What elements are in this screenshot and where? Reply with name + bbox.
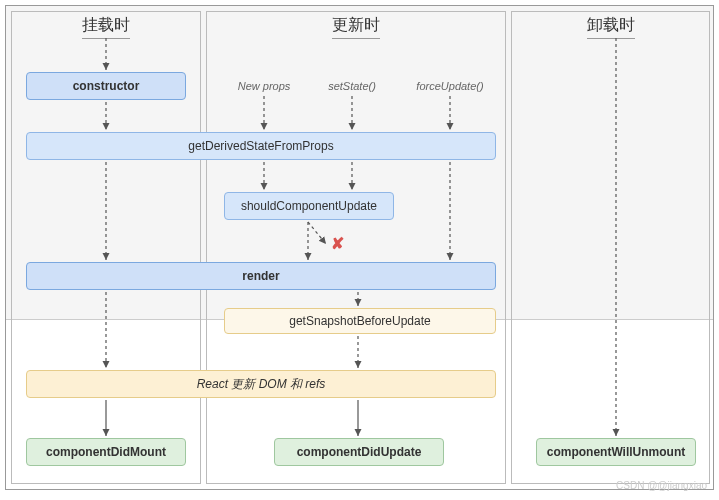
node-componentDidUpdate: componentDidUpdate (274, 438, 444, 466)
trigger-new-props: New props (234, 80, 294, 92)
trigger-setstate: setState() (322, 80, 382, 92)
node-shouldComponentUpdate: shouldComponentUpdate (224, 192, 394, 220)
column-update-title: 更新时 (332, 15, 380, 39)
node-render: render (26, 262, 496, 290)
node-getSnapshotBeforeUpdate: getSnapshotBeforeUpdate (224, 308, 496, 334)
trigger-forceupdate: forceUpdate() (410, 80, 490, 92)
react-lifecycle-diagram: 挂载时 更新时 卸载时 New props setState() forceUp… (5, 5, 714, 490)
column-unmount: 卸载时 (511, 11, 710, 484)
column-unmount-title: 卸载时 (587, 15, 635, 39)
reject-icon: ✘ (331, 234, 344, 253)
node-getDerivedStateFromProps: getDerivedStateFromProps (26, 132, 496, 160)
node-componentDidMount: componentDidMount (26, 438, 186, 466)
node-constructor: constructor (26, 72, 186, 100)
node-react-updates-dom: React 更新 DOM 和 refs (26, 370, 496, 398)
column-mount-title: 挂载时 (82, 15, 130, 39)
node-componentWillUnmount: componentWillUnmount (536, 438, 696, 466)
watermark: CSDN @@jiangxiao (616, 480, 707, 491)
